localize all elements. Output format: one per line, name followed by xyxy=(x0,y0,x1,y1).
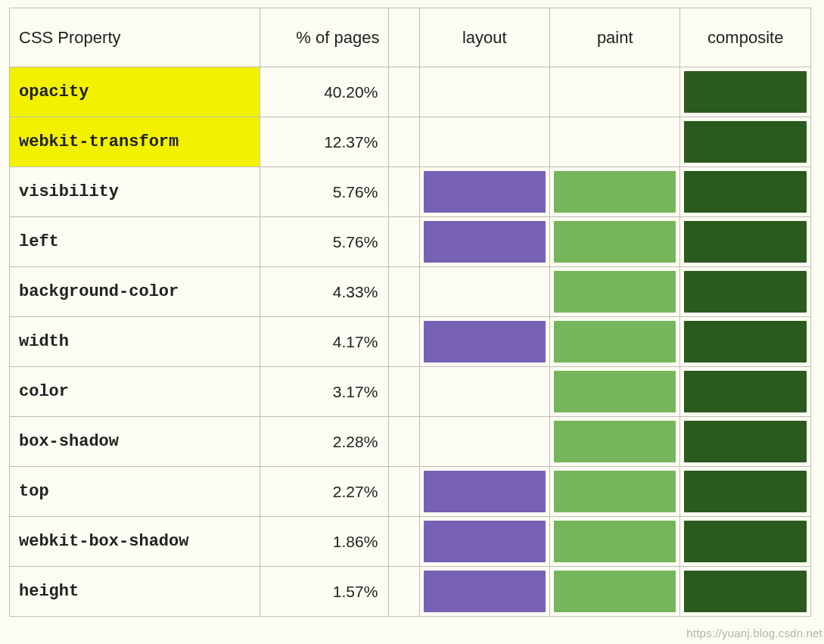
cell-blank xyxy=(389,467,419,517)
cell-blank xyxy=(389,167,419,217)
cell-paint xyxy=(550,517,680,567)
cell-paint xyxy=(550,167,680,217)
cell-paint xyxy=(550,267,680,317)
cell-percent: 40.20% xyxy=(260,67,388,117)
composite-swatch xyxy=(684,521,807,562)
composite-swatch xyxy=(684,121,807,163)
layout-swatch xyxy=(424,171,546,213)
composite-swatch xyxy=(684,171,807,213)
paint-swatch xyxy=(554,371,676,412)
composite-swatch xyxy=(684,321,807,362)
cell-paint xyxy=(550,217,680,267)
cell-composite xyxy=(680,517,811,567)
cell-property: height xyxy=(10,567,260,617)
layout-swatch xyxy=(424,521,546,562)
composite-swatch xyxy=(684,221,807,263)
cell-paint xyxy=(550,367,680,417)
cell-layout xyxy=(419,517,549,567)
cell-layout xyxy=(419,317,549,367)
table-row: visibility5.76% xyxy=(10,167,811,217)
cell-composite xyxy=(680,417,811,467)
cell-percent: 1.86% xyxy=(260,517,388,567)
cell-blank xyxy=(389,267,419,317)
cell-layout xyxy=(419,467,549,517)
cell-blank xyxy=(389,67,419,117)
table-row: top2.27% xyxy=(10,467,811,517)
cell-layout xyxy=(419,267,549,317)
paint-swatch xyxy=(554,221,676,263)
table-row: opacity40.20% xyxy=(10,67,811,117)
cell-composite xyxy=(680,317,811,367)
cell-blank xyxy=(389,317,419,367)
cell-property: webkit-transform xyxy=(10,117,260,167)
table-row: box-shadow2.28% xyxy=(10,417,811,467)
cell-percent: 5.76% xyxy=(260,217,388,267)
table-row: height1.57% xyxy=(10,567,811,617)
cell-paint xyxy=(550,467,680,517)
cell-blank xyxy=(389,217,419,267)
cell-property: top xyxy=(10,467,260,517)
table-row: width4.17% xyxy=(10,317,811,367)
cell-property: left xyxy=(10,217,260,267)
cell-percent: 1.57% xyxy=(260,567,388,617)
table-row: webkit-transform12.37% xyxy=(10,117,811,167)
cell-property: width xyxy=(10,317,260,367)
cell-layout xyxy=(419,217,549,267)
composite-swatch xyxy=(684,571,807,612)
cell-percent: 12.37% xyxy=(260,117,388,167)
paint-swatch xyxy=(554,171,676,213)
cell-property: color xyxy=(10,367,260,417)
cell-paint xyxy=(550,317,680,367)
cell-composite xyxy=(680,267,811,317)
cell-layout xyxy=(419,367,549,417)
css-property-table: CSS Property % of pages layout paint com… xyxy=(9,8,811,617)
composite-swatch xyxy=(684,371,807,412)
col-header-blank xyxy=(389,8,419,67)
cell-paint xyxy=(550,567,680,617)
col-header-percent: % of pages xyxy=(260,8,388,67)
cell-layout xyxy=(419,67,549,117)
cell-layout xyxy=(419,117,549,167)
cell-blank xyxy=(389,367,419,417)
cell-property: box-shadow xyxy=(10,417,260,467)
table-header-row: CSS Property % of pages layout paint com… xyxy=(10,8,811,67)
composite-swatch xyxy=(684,71,807,113)
col-header-layout: layout xyxy=(419,8,549,67)
cell-composite xyxy=(680,367,811,417)
cell-paint xyxy=(550,417,680,467)
cell-blank xyxy=(389,567,419,617)
col-header-paint: paint xyxy=(550,8,680,67)
cell-composite xyxy=(680,567,811,617)
watermark-text: https://yuanj.blog.csdn.net xyxy=(686,627,822,639)
paint-swatch xyxy=(554,571,676,612)
layout-swatch xyxy=(424,571,546,612)
cell-layout xyxy=(419,417,549,467)
layout-swatch xyxy=(424,321,546,362)
cell-percent: 2.28% xyxy=(260,417,388,467)
cell-composite xyxy=(680,167,811,217)
cell-composite xyxy=(680,67,811,117)
cell-percent: 3.17% xyxy=(260,367,388,417)
cell-percent: 4.17% xyxy=(260,317,388,367)
paint-swatch xyxy=(554,521,676,562)
cell-paint xyxy=(550,67,680,117)
cell-property: visibility xyxy=(10,167,260,217)
paint-swatch xyxy=(554,471,676,512)
layout-swatch xyxy=(424,221,546,263)
cell-composite xyxy=(680,467,811,517)
cell-property: background-color xyxy=(10,267,260,317)
cell-property: webkit-box-shadow xyxy=(10,517,260,567)
paint-swatch xyxy=(554,421,676,462)
cell-paint xyxy=(550,117,680,167)
table-row: color3.17% xyxy=(10,367,811,417)
cell-property: opacity xyxy=(10,67,260,117)
col-header-property: CSS Property xyxy=(10,8,260,67)
cell-blank xyxy=(389,417,419,467)
cell-blank xyxy=(389,117,419,167)
composite-swatch xyxy=(684,271,807,313)
cell-layout xyxy=(419,167,549,217)
col-header-composite: composite xyxy=(680,8,811,67)
paint-swatch xyxy=(554,321,676,362)
cell-percent: 4.33% xyxy=(260,267,388,317)
cell-layout xyxy=(419,567,549,617)
